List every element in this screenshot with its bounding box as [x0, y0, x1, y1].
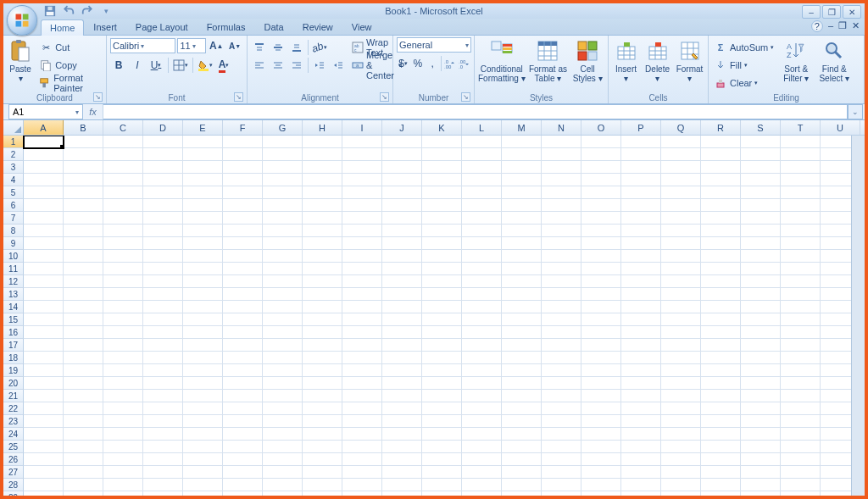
cell-T5[interactable] [781, 186, 821, 199]
cell-T28[interactable] [781, 479, 821, 491]
row-header-4[interactable]: 4 [3, 174, 24, 186]
cell-G16[interactable] [263, 326, 303, 339]
cell-L25[interactable] [462, 441, 502, 453]
cell-Q25[interactable] [661, 441, 701, 453]
cell-C6[interactable] [103, 199, 143, 212]
cell-I13[interactable] [342, 288, 382, 301]
cell-M5[interactable] [502, 186, 542, 199]
fill-button[interactable]: Fill ▾ [712, 57, 776, 74]
cell-R3[interactable] [701, 161, 741, 174]
cell-S28[interactable] [741, 479, 781, 491]
cell-C3[interactable] [103, 161, 143, 174]
cell-H10[interactable] [303, 250, 342, 263]
row-header-18[interactable]: 18 [3, 352, 24, 364]
cell-A8[interactable] [24, 225, 64, 237]
cell-A17[interactable] [24, 339, 64, 352]
cell-J26[interactable] [382, 453, 422, 466]
cell-S14[interactable] [741, 301, 781, 313]
cell-K26[interactable] [422, 453, 462, 466]
number-format-combo[interactable]: General▾ [397, 37, 471, 53]
cell-F6[interactable] [223, 199, 263, 212]
cell-J15[interactable] [382, 313, 422, 326]
cell-M25[interactable] [502, 441, 542, 453]
cell-J1[interactable] [382, 136, 422, 148]
cell-B3[interactable] [64, 161, 103, 174]
cell-G8[interactable] [263, 225, 303, 237]
cell-T8[interactable] [781, 225, 821, 237]
cell-N9[interactable] [542, 237, 581, 250]
cell-N17[interactable] [542, 339, 581, 352]
cell-I14[interactable] [342, 301, 382, 313]
cell-K21[interactable] [422, 390, 462, 402]
cell-L8[interactable] [462, 225, 502, 237]
cell-J29[interactable] [382, 491, 422, 499]
cell-D2[interactable] [143, 148, 183, 161]
cell-D15[interactable] [143, 313, 183, 326]
cell-C8[interactable] [103, 225, 143, 237]
cell-R12[interactable] [701, 275, 741, 288]
cell-R21[interactable] [701, 390, 741, 402]
cell-I25[interactable] [342, 441, 382, 453]
cell-L3[interactable] [462, 161, 502, 174]
cell-K7[interactable] [422, 212, 462, 225]
cell-T22[interactable] [781, 402, 821, 415]
cell-P19[interactable] [621, 364, 661, 377]
cell-K3[interactable] [422, 161, 462, 174]
cell-G1[interactable] [263, 136, 303, 148]
cell-G28[interactable] [263, 479, 303, 491]
cell-E19[interactable] [183, 364, 223, 377]
cell-B17[interactable] [64, 339, 103, 352]
cell-H22[interactable] [303, 402, 342, 415]
cell-Q28[interactable] [661, 479, 701, 491]
cell-D3[interactable] [143, 161, 183, 174]
cell-J4[interactable] [382, 174, 422, 186]
cell-B24[interactable] [64, 428, 103, 441]
cell-Q10[interactable] [661, 250, 701, 263]
cell-G5[interactable] [263, 186, 303, 199]
cell-I1[interactable] [342, 136, 382, 148]
row-header-13[interactable]: 13 [3, 288, 24, 301]
cell-O1[interactable] [581, 136, 621, 148]
cell-K20[interactable] [422, 377, 462, 390]
cell-E6[interactable] [183, 199, 223, 212]
cell-L27[interactable] [462, 466, 502, 479]
cell-O23[interactable] [581, 415, 621, 428]
cell-D13[interactable] [143, 288, 183, 301]
cell-O18[interactable] [581, 352, 621, 364]
accounting-button[interactable]: $▾ [397, 55, 409, 72]
cell-B13[interactable] [64, 288, 103, 301]
row-header-2[interactable]: 2 [3, 148, 24, 161]
cell-M6[interactable] [502, 199, 542, 212]
cell-F21[interactable] [223, 390, 263, 402]
row-header-7[interactable]: 7 [3, 212, 24, 225]
cell-J2[interactable] [382, 148, 422, 161]
cell-E3[interactable] [183, 161, 223, 174]
cell-M4[interactable] [502, 174, 542, 186]
cell-K1[interactable] [422, 136, 462, 148]
cell-K9[interactable] [422, 237, 462, 250]
cell-L18[interactable] [462, 352, 502, 364]
cell-D22[interactable] [143, 402, 183, 415]
cell-R17[interactable] [701, 339, 741, 352]
cell-G21[interactable] [263, 390, 303, 402]
cell-N11[interactable] [542, 263, 581, 275]
cell-B7[interactable] [64, 212, 103, 225]
cell-D21[interactable] [143, 390, 183, 402]
border-button[interactable]: ▾ [172, 57, 189, 74]
col-header-J[interactable]: J [382, 120, 422, 135]
orientation-button[interactable]: ab▾ [311, 39, 328, 56]
cell-R15[interactable] [701, 313, 741, 326]
cell-F17[interactable] [223, 339, 263, 352]
cell-F3[interactable] [223, 161, 263, 174]
cell-L10[interactable] [462, 250, 502, 263]
cell-R14[interactable] [701, 301, 741, 313]
col-header-Q[interactable]: Q [661, 120, 701, 135]
cell-S8[interactable] [741, 225, 781, 237]
cell-D27[interactable] [143, 466, 183, 479]
cell-I17[interactable] [342, 339, 382, 352]
cell-J19[interactable] [382, 364, 422, 377]
cell-M17[interactable] [502, 339, 542, 352]
cell-L20[interactable] [462, 377, 502, 390]
cell-L26[interactable] [462, 453, 502, 466]
cell-M26[interactable] [502, 453, 542, 466]
